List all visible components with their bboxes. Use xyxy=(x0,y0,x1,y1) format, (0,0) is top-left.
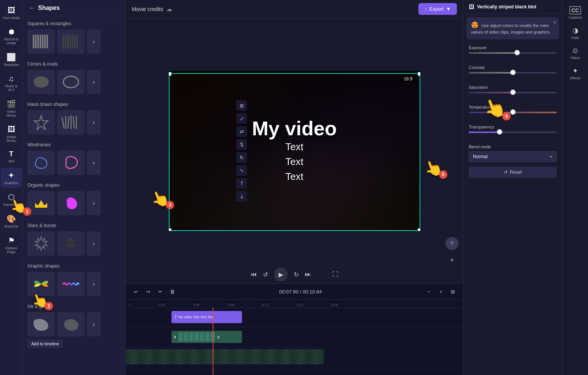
handdrawn-more-button[interactable]: › xyxy=(87,110,101,135)
video-clip[interactable]: ⏸ ⏸ xyxy=(171,331,242,343)
exposure-thumb[interactable] xyxy=(514,50,520,55)
shape-thumb-crown[interactable] xyxy=(27,191,55,215)
playhead-head xyxy=(211,308,215,309)
align-bottom-tool[interactable]: ⤓ xyxy=(236,191,247,202)
shape-thumb-striped-3[interactable] xyxy=(57,110,85,135)
shape-thumb-squiggle[interactable] xyxy=(57,272,85,296)
organic-more-button[interactable]: › xyxy=(87,191,101,215)
help-button[interactable]: ? xyxy=(445,237,458,250)
stars-more-button[interactable]: › xyxy=(87,231,101,256)
reset-button[interactable]: ↺ Reset xyxy=(469,167,557,178)
shape-thumb-burst-outline[interactable] xyxy=(27,231,55,256)
saturation-thumb[interactable] xyxy=(510,90,516,95)
tooltip-close-button[interactable]: ✕ xyxy=(553,19,557,26)
zoom-in-button[interactable]: + xyxy=(436,286,446,297)
svg-marker-18 xyxy=(34,115,48,130)
temperature-thumb[interactable] xyxy=(510,109,516,115)
shape-thumb-oval-filled[interactable] xyxy=(27,70,55,94)
shape-thumb-oval-outline[interactable] xyxy=(57,70,85,94)
svg-rect-24 xyxy=(76,116,77,129)
clip-bar-4 xyxy=(194,332,199,341)
shape-thumb-wire-blob-2[interactable] xyxy=(57,151,85,175)
resize-tool[interactable]: ⤢ xyxy=(236,113,247,124)
saturation-track[interactable] xyxy=(469,92,557,93)
filters-icon: ⊙ xyxy=(572,46,578,55)
main-content: Movie credits ☁ ↑ Export ▼ ⊞ ⤢ ⇄ ⇅ ↻ ⤡ ⤒… xyxy=(126,0,463,375)
image-library-icon: 🖼 xyxy=(8,125,15,134)
shape-thumb-wire-blob-1[interactable] xyxy=(27,151,55,175)
export-button[interactable]: ↑ Export ▼ xyxy=(418,3,457,15)
contrast-thumb[interactable] xyxy=(510,70,516,75)
transparency-track[interactable] xyxy=(469,131,557,133)
rewind-5s-button[interactable]: ↺ xyxy=(263,271,268,278)
sidebar-item-your-media[interactable]: 🖼 Your media xyxy=(1,3,22,23)
align-top-tool[interactable]: ⤒ xyxy=(236,178,247,189)
bg-clip-inner xyxy=(126,349,324,364)
forward-5s-button[interactable]: ↻ xyxy=(294,271,299,278)
shape-thumb-striped-1[interactable] xyxy=(27,29,55,54)
category-label-graphic: Graphic shapes xyxy=(27,263,121,269)
sidebar-item-transitions[interactable]: ⬡ Transitions xyxy=(1,189,22,210)
contrast-track[interactable] xyxy=(469,72,557,74)
captions-tool[interactable]: CC Captions xyxy=(563,3,588,22)
transparency-thumb[interactable] xyxy=(497,129,502,135)
canvas-sub-line-1: Text xyxy=(252,139,337,154)
undo-button[interactable]: ↩ xyxy=(130,286,141,297)
svg-rect-23 xyxy=(73,116,75,128)
sidebar-item-video-library[interactable]: 🎬 Video library xyxy=(1,96,22,120)
play-pause-button[interactable]: ▶ xyxy=(274,268,288,281)
wireframes-more-button[interactable]: › xyxy=(87,151,101,175)
text-clip[interactable]: T My video Text Text Text xyxy=(171,311,242,323)
fade-tool[interactable]: ◑ Fade xyxy=(563,23,588,43)
sidebar-item-feature-flags[interactable]: ⚑ Feature Flags xyxy=(1,233,22,257)
shape-thumb-blob-pink[interactable] xyxy=(57,191,85,215)
temperature-track[interactable] xyxy=(469,112,557,113)
sidebar-item-graphics[interactable]: ✦ Graphics xyxy=(1,168,22,188)
fullscreen-button[interactable]: ⛶ xyxy=(332,271,338,278)
rotate-tool[interactable]: ↻ xyxy=(236,152,247,163)
svg-rect-10 xyxy=(65,35,66,48)
adjust-panel-icon: 🖼 xyxy=(469,4,474,10)
blend-mode-select[interactable]: Normal Multiply Screen Overlay Darken Li… xyxy=(469,151,557,162)
shape-grid-organic: › xyxy=(27,191,121,215)
sidebar-item-music[interactable]: ♫ Music & SFX xyxy=(1,71,22,95)
video-library-icon: 🎬 xyxy=(6,99,16,109)
skip-forward-button[interactable]: ⏭ xyxy=(305,271,311,278)
back-button[interactable]: ← xyxy=(29,5,35,11)
temperature-label: Temperature xyxy=(469,105,557,109)
sidebar-item-templates[interactable]: ⬜ Templates xyxy=(1,50,22,70)
exposure-track[interactable] xyxy=(469,52,557,54)
graphic-more-button[interactable]: › xyxy=(87,272,101,296)
sidebar-item-record[interactable]: ⏺ Record & create xyxy=(1,24,22,48)
filters-tool[interactable]: ⊙ Filters xyxy=(563,43,588,63)
skip-back-button[interactable]: ⏮ xyxy=(251,271,257,278)
shape-thumb-ink-2[interactable] xyxy=(57,312,85,337)
redo-button[interactable]: ↪ xyxy=(143,286,153,297)
ink-more-button[interactable]: › xyxy=(87,312,101,337)
bg-clip[interactable] xyxy=(126,349,324,364)
squares-more-button[interactable]: › xyxy=(87,29,101,54)
sidebar-item-image-library[interactable]: 🖼 Image library xyxy=(1,122,22,146)
templates-icon: ⬜ xyxy=(6,53,16,62)
contrast-label: Contrast xyxy=(469,65,557,70)
shape-thumb-burst-dark[interactable] xyxy=(57,231,85,256)
position-tool[interactable]: ⤡ xyxy=(236,165,247,176)
cut-button[interactable]: ✂ xyxy=(155,286,165,297)
shape-thumb-butterfly[interactable] xyxy=(27,272,55,296)
delete-button[interactable]: 🗑 xyxy=(167,286,178,297)
clip-bar-1 xyxy=(178,332,183,341)
shape-thumb-striped-2[interactable] xyxy=(57,29,85,54)
project-title: Movie credits ☁ xyxy=(132,5,172,13)
crop-tool[interactable]: ⊞ xyxy=(236,100,247,111)
tooltip-emoji: 😍 xyxy=(471,22,479,28)
fit-timeline-button[interactable]: ⊞ xyxy=(448,286,458,297)
effects-tool[interactable]: ✦ Effects xyxy=(563,64,588,83)
zoom-out-button[interactable]: − xyxy=(423,286,434,297)
flip-h-tool[interactable]: ⇄ xyxy=(236,126,247,137)
circles-more-button[interactable]: › xyxy=(87,70,101,94)
sidebar-item-text[interactable]: T Text xyxy=(1,147,22,166)
shape-thumb-burst-star[interactable] xyxy=(27,110,55,135)
sidebar-item-brand-kit[interactable]: 🎨 Brand kit xyxy=(1,211,22,231)
shape-thumb-ink-1[interactable] xyxy=(27,312,55,337)
flip-v-tool[interactable]: ⇅ xyxy=(236,139,247,150)
